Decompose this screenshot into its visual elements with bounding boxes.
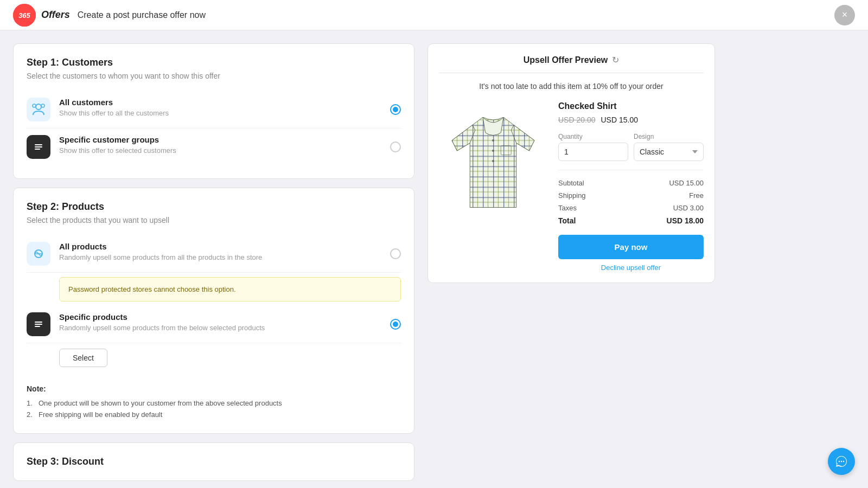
all-products-text: All products Randomly upsell some produc…	[59, 242, 401, 261]
refresh-icon[interactable]: ↻	[612, 55, 619, 65]
svg-point-4	[33, 104, 36, 107]
all-products-radio[interactable]	[390, 248, 401, 259]
products-icon	[31, 246, 46, 261]
select-button[interactable]: Select	[59, 349, 107, 367]
note-label: Note:	[27, 384, 401, 393]
taxes-label: Taxes	[558, 204, 577, 212]
logo-text: Offers	[41, 9, 70, 21]
totals-section: Subtotal USD 15.00 Shipping Free Taxes U…	[558, 170, 704, 227]
note-list: 1. One product will be shown to your cus…	[27, 397, 401, 420]
chat-bubble[interactable]	[828, 448, 855, 475]
svg-point-25	[841, 461, 842, 462]
preview-title: Upsell Offer Preview	[524, 55, 608, 65]
option-all-customers[interactable]: All customers Show this offer to all the…	[27, 91, 401, 129]
specific-groups-desc: Show this offer to selected customers	[59, 146, 401, 155]
specific-products-radio[interactable]	[390, 319, 401, 330]
option-specific-products[interactable]: Specific products Randomly upsell some p…	[27, 306, 401, 343]
price-new: USD 15.00	[601, 115, 637, 124]
quantity-field: Quantity	[558, 133, 628, 161]
step2-card: Step 2: Products Select the products tha…	[13, 188, 414, 434]
subtotal-value: USD 15.00	[669, 179, 704, 187]
subtotal-label: Subtotal	[558, 179, 584, 187]
total-row: Total USD 18.00	[558, 214, 704, 227]
total-label: Total	[558, 216, 576, 225]
svg-point-20	[492, 139, 494, 142]
left-panel: Step 1: Customers Select the customers t…	[13, 43, 414, 475]
shipping-row: Shipping Free	[558, 189, 704, 202]
specific-groups-radio[interactable]	[390, 142, 401, 152]
step1-card: Step 1: Customers Select the customers t…	[13, 43, 414, 179]
svg-rect-13	[35, 324, 42, 325]
chat-icon	[835, 455, 848, 468]
close-button[interactable]: ×	[834, 5, 855, 25]
svg-rect-14	[35, 326, 40, 327]
step2-title: Step 2: Products	[27, 201, 401, 213]
design-label: Design	[634, 133, 704, 140]
shirt-svg	[442, 104, 545, 218]
svg-point-24	[839, 461, 840, 462]
step2-subtitle: Select the products that you want to ups…	[27, 216, 401, 224]
preview-body: Checked Shirt USD 20.00 USD 15.00 Quanti…	[439, 101, 704, 272]
specific-products-icon	[27, 312, 50, 336]
quantity-input[interactable]	[558, 143, 628, 161]
radio-inner-2	[393, 322, 398, 327]
all-customers-text: All customers Show this offer to all the…	[59, 98, 401, 117]
radio-inner	[393, 107, 398, 112]
logo-icon: 365	[13, 4, 36, 27]
all-customers-label: All customers	[59, 98, 401, 107]
svg-rect-7	[35, 146, 42, 147]
logo-badge: 365	[13, 4, 36, 27]
price-row: USD 20.00 USD 15.00	[558, 115, 704, 124]
design-select[interactable]: Classic Modern Slim Fit	[634, 143, 704, 161]
svg-point-3	[41, 104, 44, 107]
svg-rect-8	[35, 149, 40, 150]
note-section: Note: 1. One product will be shown to yo…	[27, 376, 401, 420]
step1-subtitle: Select the customers to whom you want to…	[27, 72, 401, 80]
product-info: Checked Shirt USD 20.00 USD 15.00 Quanti…	[558, 101, 704, 272]
option-specific-groups[interactable]: Specific customer groups Show this offer…	[27, 129, 401, 165]
shipping-label: Shipping	[558, 191, 586, 200]
options-grid: Quantity Design Classic Modern Slim Fit	[558, 133, 704, 161]
svg-point-22	[492, 160, 494, 162]
preview-header: Upsell Offer Preview ↻	[439, 55, 704, 73]
step3-card: Step 3: Discount	[13, 442, 414, 481]
step1-title: Step 1: Customers	[27, 57, 401, 68]
list-icon	[31, 317, 46, 332]
option-all-products[interactable]: All products Randomly upsell some produc…	[27, 235, 401, 273]
taxes-row: Taxes USD 3.00	[558, 202, 704, 214]
preview-card: Upsell Offer Preview ↻ It's not too late…	[427, 43, 715, 283]
logo-wrap: 365 Offers Create a post purchase offer …	[13, 4, 206, 27]
decline-link[interactable]: Decline upsell offer	[558, 264, 704, 272]
price-original: USD 20.00	[558, 115, 595, 124]
shipping-value: Free	[689, 191, 704, 200]
product-image	[439, 101, 547, 221]
specific-groups-label: Specific customer groups	[59, 135, 401, 144]
note-item-1: 1. One product will be shown to your cus…	[27, 397, 401, 409]
specific-groups-icon	[27, 135, 50, 159]
svg-text:365: 365	[18, 11, 30, 20]
specific-products-desc: Randomly upsell some products from the b…	[59, 324, 401, 332]
step3-title: Step 3: Discount	[27, 456, 401, 467]
groups-icon	[31, 139, 46, 155]
all-products-icon	[27, 242, 50, 266]
total-value: USD 18.00	[667, 216, 704, 225]
all-customers-icon	[27, 98, 50, 121]
svg-rect-12	[35, 322, 42, 323]
quantity-label: Quantity	[558, 133, 628, 140]
all-customers-desc: Show this offer to all the customers	[59, 109, 401, 117]
pay-button[interactable]: Pay now	[558, 235, 704, 259]
svg-point-21	[492, 150, 494, 152]
specific-products-text: Specific products Randomly upsell some p…	[59, 312, 401, 332]
preview-subtitle: It's not too late to add this item at 10…	[439, 82, 704, 91]
main-content: Step 1: Customers Select the customers t…	[0, 30, 868, 488]
note-item-2: 2. Free shipping will be enabled by defa…	[27, 409, 401, 420]
taxes-value: USD 3.00	[673, 204, 704, 212]
svg-point-26	[843, 461, 844, 462]
svg-point-2	[36, 104, 41, 110]
all-customers-radio[interactable]	[390, 104, 401, 115]
product-name: Checked Shirt	[558, 101, 704, 111]
specific-products-label: Specific products	[59, 312, 401, 322]
people-icon	[31, 102, 46, 117]
all-products-desc: Randomly upsell some products from all t…	[59, 253, 401, 261]
svg-rect-6	[35, 144, 42, 145]
